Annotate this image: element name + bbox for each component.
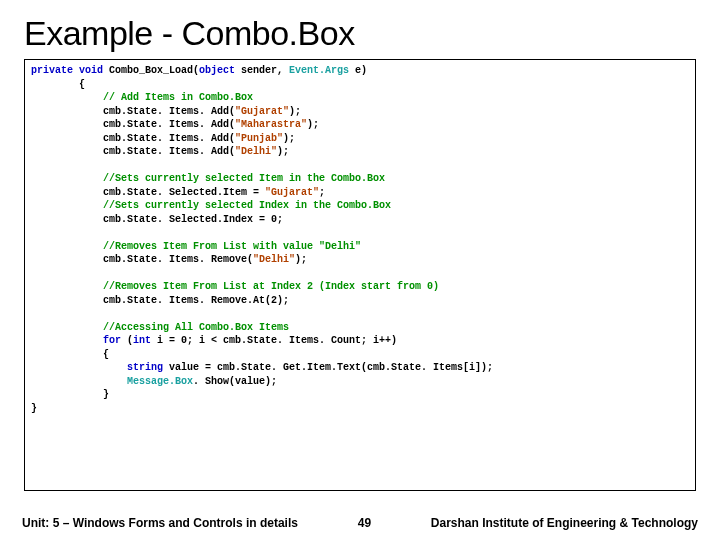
code-text: Combo_Box_Load( (103, 65, 199, 76)
code-text: } (31, 389, 109, 400)
class-name: Event.Args (289, 65, 349, 76)
class-name: Message.Box (127, 376, 193, 387)
code-text: ); (283, 133, 295, 144)
slide-footer: Unit: 5 – Windows Forms and Controls in … (0, 516, 720, 530)
string: "Delhi" (253, 254, 295, 265)
code-text: sender, (235, 65, 289, 76)
code-text: cmb.State. Items. Add( (31, 119, 235, 130)
comment: //Removes Item From List at Index 2 (Ind… (31, 281, 439, 292)
slide-title: Example - Combo.Box (24, 14, 696, 53)
code-text: value = cmb.State. Get.Item.Text(cmb.Sta… (163, 362, 493, 373)
comment: //Accessing All Combo.Box Items (31, 322, 289, 333)
code-text: cmb.State. Items. Add( (31, 146, 235, 157)
footer-institute: Darshan Institute of Engineering & Techn… (431, 516, 698, 530)
code-text: } (31, 403, 37, 414)
code-text: { (31, 79, 85, 90)
keyword: int (133, 335, 151, 346)
comment: //Removes Item From List with value "Del… (31, 241, 361, 252)
comment: // Add Items in Combo.Box (31, 92, 253, 103)
code-text: ); (295, 254, 307, 265)
keyword: string (127, 362, 163, 373)
code-text: e) (349, 65, 367, 76)
code-text: ); (289, 106, 301, 117)
code-text: i = 0; i < cmb.State. Items. Count; i++) (151, 335, 397, 346)
comment: //Sets currently selected Item in the Co… (31, 173, 385, 184)
slide: Example - Combo.Box private void Combo_B… (0, 0, 720, 540)
keyword: private void (31, 65, 103, 76)
keyword: object (199, 65, 235, 76)
string: "Delhi" (235, 146, 277, 157)
code-text: cmb.State. Selected.Index = 0; (31, 214, 283, 225)
code-text: ); (307, 119, 319, 130)
string: "Gujarat" (235, 106, 289, 117)
code-text: { (31, 349, 109, 360)
footer-unit: Unit: 5 – Windows Forms and Controls in … (22, 516, 298, 530)
code-text (31, 376, 127, 387)
code-text (31, 362, 127, 373)
code-text: . Show(value); (193, 376, 277, 387)
code-text: cmb.State. Items. Add( (31, 106, 235, 117)
code-text: ; (319, 187, 331, 198)
string: "Maharastra" (235, 119, 307, 130)
footer-page: 49 (358, 516, 371, 530)
code-text: ); (277, 146, 289, 157)
code-text: ( (121, 335, 133, 346)
string: "Gujarat" (265, 187, 319, 198)
code-text: cmb.State. Items. Remove( (31, 254, 253, 265)
code-text: cmb.State. Items. Add( (31, 133, 235, 144)
string: "Punjab" (235, 133, 283, 144)
keyword: for (103, 335, 121, 346)
code-block: private void Combo_Box_Load(object sende… (24, 59, 696, 491)
code-text: cmb.State. Items. Remove.At(2); (31, 295, 289, 306)
comment: //Sets currently selected Index in the C… (31, 200, 391, 211)
code-text: cmb.State. Selected.Item = (31, 187, 265, 198)
code-text (31, 335, 103, 346)
